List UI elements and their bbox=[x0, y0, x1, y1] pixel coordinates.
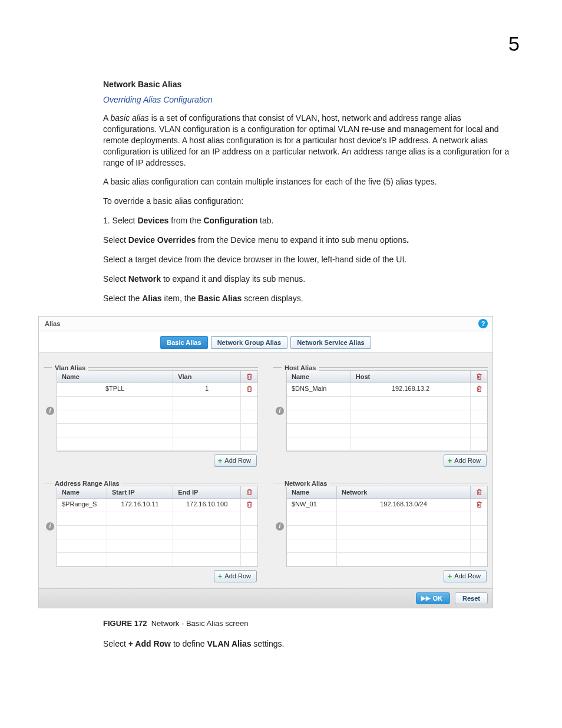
trash-icon bbox=[475, 373, 483, 380]
cell-name[interactable]: $NW_01 bbox=[287, 499, 337, 512]
cell-host[interactable]: 192.168.13.2 bbox=[351, 383, 471, 396]
reset-button[interactable]: Reset bbox=[455, 592, 488, 604]
table-row[interactable]: $NW_01 192.168.13.0/24 bbox=[287, 499, 487, 512]
vlan-alias-title: Vlan Alias bbox=[52, 364, 88, 371]
col-delete bbox=[241, 486, 257, 498]
paragraph: Select a target device from the device b… bbox=[103, 254, 515, 265]
cell-name[interactable]: $DNS_Main bbox=[287, 383, 351, 396]
cell-end-ip[interactable]: 172.16.10.100 bbox=[173, 499, 241, 512]
col-end-ip[interactable]: End IP bbox=[173, 486, 241, 498]
paragraph: Select Device Overrides from the Device … bbox=[103, 235, 515, 246]
delete-row-button[interactable] bbox=[241, 499, 257, 512]
document-body: Network Basic Alias Overriding Alias Con… bbox=[103, 32, 515, 304]
network-alias-grid: Name Network $NW_01 192.168.13.0/24 bbox=[286, 486, 488, 567]
col-delete bbox=[241, 371, 257, 383]
address-range-grid: Name Start IP End IP $PRange_S 172.1 bbox=[57, 486, 258, 567]
panel-title-bar: Alias ? bbox=[39, 317, 492, 331]
paragraph: Select Network to expand it and display … bbox=[103, 274, 515, 285]
paragraph: A basic alias configuration can contain … bbox=[103, 176, 515, 187]
add-row-button[interactable]: + Add Row bbox=[444, 570, 487, 582]
panel-title: Alias bbox=[45, 320, 60, 327]
paragraph: To override a basic alias configuration: bbox=[103, 196, 515, 207]
table-row[interactable]: $PRange_S 172.16.10.11 172.16.10.100 bbox=[57, 499, 257, 512]
vlan-alias-panel: Vlan Alias i Name Vlan bbox=[44, 358, 258, 467]
trash-icon bbox=[246, 385, 253, 392]
trash-icon bbox=[475, 488, 483, 495]
alias-config-panel: Alias ? Basic Alias Network Group Alias … bbox=[38, 316, 493, 608]
info-icon[interactable]: i bbox=[276, 407, 284, 415]
info-icon[interactable]: i bbox=[46, 407, 54, 415]
footer-action-bar: ▶▶ OK Reset bbox=[39, 588, 492, 608]
paragraph-intro: A basic alias is a set of configurations… bbox=[103, 113, 515, 168]
col-delete bbox=[471, 371, 487, 383]
trash-icon bbox=[246, 488, 253, 495]
col-host[interactable]: Host bbox=[351, 371, 471, 383]
host-alias-panel: Host Alias i Name Host bbox=[273, 358, 488, 467]
page-number: 5 bbox=[508, 32, 520, 55]
network-alias-title: Network Alias bbox=[282, 480, 330, 487]
ok-button[interactable]: ▶▶ OK bbox=[416, 592, 451, 604]
address-range-alias-panel: Address Range Alias i Name Start IP End … bbox=[44, 474, 258, 582]
add-row-button[interactable]: + Add Row bbox=[444, 454, 487, 467]
table-row[interactable]: $TPLL 1 bbox=[57, 383, 257, 397]
step-1: 1. Select Devices from the Configuration… bbox=[103, 215, 515, 226]
host-alias-grid: Name Host $DNS_Main 192.168.13.2 bbox=[286, 370, 488, 452]
table-row[interactable]: $DNS_Main 192.168.13.2 bbox=[287, 383, 487, 397]
cell-vlan[interactable]: 1 bbox=[173, 383, 241, 396]
tab-network-service-alias[interactable]: Network Service Alias bbox=[290, 336, 371, 349]
col-network[interactable]: Network bbox=[337, 486, 471, 498]
add-row-button[interactable]: + Add Row bbox=[214, 454, 257, 467]
add-row-button[interactable]: + Add Row bbox=[214, 570, 257, 582]
delete-row-button[interactable] bbox=[471, 383, 487, 396]
cell-name[interactable]: $TPLL bbox=[57, 383, 173, 396]
host-alias-title: Host Alias bbox=[282, 364, 319, 371]
col-vlan[interactable]: Vlan bbox=[173, 371, 241, 383]
tab-network-group-alias[interactable]: Network Group Alias bbox=[211, 336, 287, 349]
col-name[interactable]: Name bbox=[57, 486, 107, 498]
delete-row-button[interactable] bbox=[241, 383, 257, 396]
cell-name[interactable]: $PRange_S bbox=[57, 499, 107, 512]
col-name[interactable]: Name bbox=[57, 371, 173, 383]
info-icon[interactable]: i bbox=[46, 522, 54, 531]
figure-caption: FIGURE 172 Network - Basic Alias screen bbox=[103, 619, 521, 628]
plus-icon: + bbox=[218, 457, 223, 465]
trash-icon bbox=[246, 373, 253, 380]
col-start-ip[interactable]: Start IP bbox=[107, 486, 173, 498]
col-name[interactable]: Name bbox=[287, 486, 337, 498]
subsection-link[interactable]: Overriding Alias Configuration bbox=[103, 95, 515, 104]
plus-icon: + bbox=[448, 457, 452, 465]
help-icon[interactable]: ? bbox=[478, 319, 488, 328]
address-range-title: Address Range Alias bbox=[52, 480, 123, 487]
plus-icon: + bbox=[218, 572, 223, 580]
plus-icon: + bbox=[448, 572, 452, 580]
network-alias-panel: Network Alias i Name Network bbox=[273, 474, 488, 582]
arrow-icon: ▶▶ bbox=[421, 595, 431, 601]
section-heading: Network Basic Alias bbox=[103, 80, 515, 89]
info-icon[interactable]: i bbox=[276, 522, 284, 531]
tabs-row: Basic Alias Network Group Alias Network … bbox=[39, 331, 492, 353]
delete-row-button[interactable] bbox=[471, 499, 487, 512]
col-name[interactable]: Name bbox=[287, 371, 351, 383]
trash-icon bbox=[475, 500, 483, 508]
vlan-alias-grid: Name Vlan $TPLL 1 bbox=[57, 370, 258, 452]
paragraph: Select the Alias item, the Basic Alias s… bbox=[103, 293, 515, 304]
tab-basic-alias[interactable]: Basic Alias bbox=[160, 336, 207, 349]
trash-icon bbox=[246, 500, 253, 508]
col-delete bbox=[471, 486, 487, 498]
cell-start-ip[interactable]: 172.16.10.11 bbox=[107, 499, 173, 512]
trash-icon bbox=[475, 385, 483, 392]
closing-instruction: Select + Add Row to define VLAN Alias se… bbox=[103, 638, 515, 650]
cell-network[interactable]: 192.168.13.0/24 bbox=[337, 499, 471, 512]
